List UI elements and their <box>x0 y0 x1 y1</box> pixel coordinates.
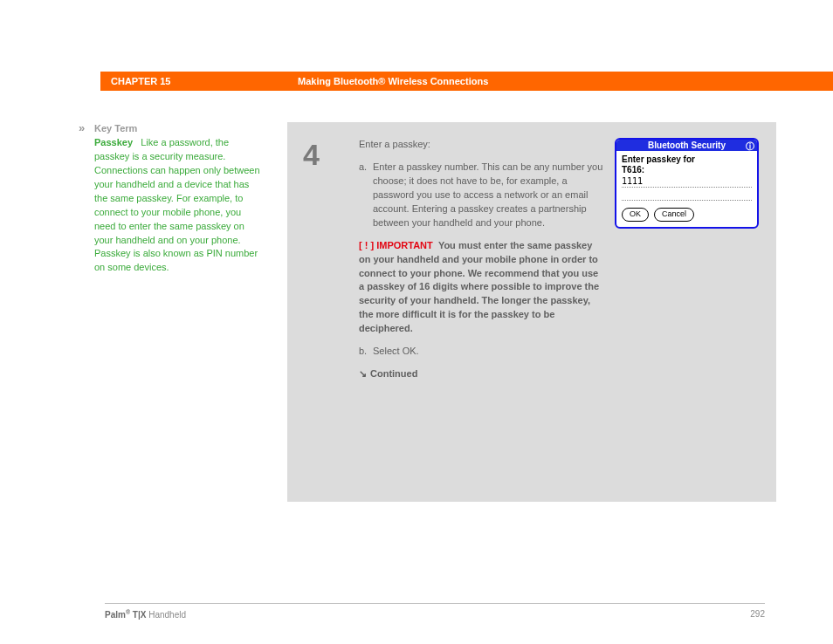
chapter-label: CHAPTER 15 <box>100 72 287 91</box>
brand-tail: Handheld <box>146 610 186 620</box>
keyterm-heading: Key Term <box>94 122 263 136</box>
item-text-a: Enter a passkey number. This can be any … <box>373 161 604 230</box>
step-number: 4 <box>303 138 359 486</box>
important-text: You must enter the same passkey on your … <box>359 240 599 334</box>
header-bar: CHAPTER 15 Making Bluetooth® Wireless Co… <box>0 72 833 91</box>
important-note: [ ! ] IMPORTANT You must enter the same … <box>359 239 604 337</box>
brand-model: T|X <box>130 610 146 620</box>
important-bang-icon: [ ! ] <box>359 240 374 250</box>
page-number: 292 <box>750 609 765 620</box>
brand-name: Palm <box>105 610 126 620</box>
page-footer: Palm® T|X Handheld 292 <box>105 603 765 620</box>
passkey-input-line2 <box>622 191 752 201</box>
keyterm-body: Like a password, the passkey is a securi… <box>94 137 260 272</box>
continued-arrow-icon: ↘ <box>359 368 367 379</box>
step-item-a: a. Enter a passkey number. This can be a… <box>359 161 604 230</box>
sidebar-keyterm: » Key Term Passkey Like a password, the … <box>0 122 287 502</box>
item-letter-b: b. <box>359 345 373 359</box>
step-instructions: Enter a passkey: a. Enter a passkey numb… <box>359 138 615 486</box>
ok-button[interactable]: OK <box>622 208 649 222</box>
dialog-prompt-line2: T616: <box>622 165 644 175</box>
dialog-titlebar: Bluetooth Security ⓘ <box>616 140 757 151</box>
dialog-buttons: OK Cancel <box>616 206 757 227</box>
item-text-b: Select OK. <box>373 345 604 359</box>
footer-brand: Palm® T|X Handheld <box>105 609 186 620</box>
palm-dialog-screenshot: Bluetooth Security ⓘ Enter passkey for T… <box>615 138 759 229</box>
keyterm-term: Passkey <box>94 137 133 147</box>
item-letter-a: a. <box>359 161 373 230</box>
important-label: IMPORTANT <box>376 240 433 250</box>
continued-label: Continued <box>370 368 417 379</box>
continued-indicator: ↘Continued <box>359 367 604 381</box>
keyterm-marker-icon: » <box>79 120 85 137</box>
passkey-input[interactable]: 1111 <box>622 176 752 188</box>
bluetooth-security-dialog: Bluetooth Security ⓘ Enter passkey for T… <box>615 138 759 229</box>
content: » Key Term Passkey Like a password, the … <box>0 122 833 502</box>
step-panel: 4 Enter a passkey: a. Enter a passkey nu… <box>287 122 776 502</box>
info-icon[interactable]: ⓘ <box>746 140 754 153</box>
dialog-body: Enter passkey for T616: 1111 <box>616 151 757 201</box>
header-gap <box>0 72 100 91</box>
dialog-prompt: Enter passkey for T616: <box>622 154 752 175</box>
step-item-b: b. Select OK. <box>359 345 604 359</box>
dialog-title: Bluetooth Security <box>648 140 726 150</box>
chapter-title: Making Bluetooth® Wireless Connections <box>287 72 833 91</box>
cancel-button[interactable]: Cancel <box>654 208 694 222</box>
step-intro: Enter a passkey: <box>359 138 604 152</box>
dialog-prompt-line1: Enter passkey for <box>622 154 695 164</box>
